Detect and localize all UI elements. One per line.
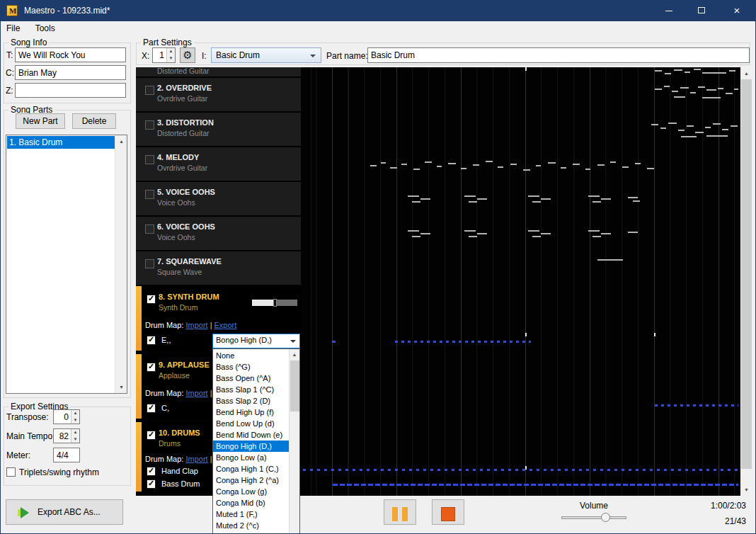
track-checkbox[interactable] xyxy=(145,190,154,199)
scroll-up-icon[interactable]: ▲ xyxy=(115,135,127,147)
spin-up-icon[interactable]: ▲ xyxy=(71,410,79,417)
delete-part-button[interactable]: Delete xyxy=(72,113,116,129)
dropdown-option[interactable]: Bend Low Up (d) xyxy=(213,418,289,429)
drum-map-import-link[interactable]: Import xyxy=(185,389,207,397)
midi-note xyxy=(734,89,738,90)
transpose-spinner[interactable]: ▲▼ xyxy=(53,409,80,424)
dropdown-option[interactable]: None xyxy=(213,350,289,361)
volume-slider-track[interactable] xyxy=(561,516,626,519)
song-info-label: Song Info xyxy=(8,38,49,47)
drum-note-checkbox[interactable] xyxy=(147,479,156,489)
scrollbar-thumb[interactable] xyxy=(290,360,299,411)
maximize-button[interactable] xyxy=(685,0,718,21)
scroll-up-icon[interactable]: ▲ xyxy=(740,67,752,79)
track-row-synth-drum[interactable]: 8. SYNTH DRUM Synth Drum Drum Map: Impor… xyxy=(136,286,301,351)
dropdown-option[interactable]: Bass Slap 2 (D) xyxy=(213,395,289,407)
track-checkbox[interactable] xyxy=(147,295,156,304)
export-abc-button[interactable]: Export ABC As... xyxy=(6,499,123,525)
volume-handle[interactable] xyxy=(273,299,277,307)
track-subtitle: Ovrdrive Guitar xyxy=(157,94,207,103)
track-row-voice-oohs-5[interactable]: 5. VOICE OOHS Voice Oohs xyxy=(136,182,301,215)
midi-note xyxy=(464,195,476,197)
dropdown-option[interactable]: Conga High 2 (^a) xyxy=(213,475,289,486)
drum-map-export-link[interactable]: Export xyxy=(214,321,237,329)
playhead-tick xyxy=(525,333,527,336)
song-title-input[interactable] xyxy=(15,47,126,62)
track-volume-slider[interactable] xyxy=(252,300,297,306)
dropdown-options: NoneBass (^G)Bass Open (^A)Bass Slap 1 (… xyxy=(213,350,289,531)
new-part-button[interactable]: New Part xyxy=(16,113,65,129)
volume-slider-handle[interactable] xyxy=(601,513,610,522)
scrollbar-thumb[interactable] xyxy=(741,79,752,469)
midi-note xyxy=(597,164,605,166)
part-options-button[interactable]: ⚙ xyxy=(180,47,195,63)
drum-note-checkbox[interactable] xyxy=(147,467,156,476)
track-checkbox[interactable] xyxy=(147,363,156,372)
track-row-1-partial[interactable]: Distorted Guitar xyxy=(136,67,301,76)
drum-map-label: Drum Map: xyxy=(145,389,183,397)
z-input[interactable] xyxy=(15,83,126,98)
close-button[interactable]: × xyxy=(718,0,756,21)
pause-button[interactable] xyxy=(384,499,416,525)
track-row-overdrive[interactable]: 2. OVERDRIVE Ovrdrive Guitar xyxy=(136,78,301,111)
menu-tools[interactable]: Tools xyxy=(29,21,62,33)
triplets-checkbox[interactable] xyxy=(6,467,16,477)
track-checkbox[interactable] xyxy=(145,155,154,164)
stop-button[interactable] xyxy=(432,499,464,525)
song-parts-list[interactable]: 1. Basic Drum ▲ ▼ xyxy=(6,135,127,394)
midi-note xyxy=(477,233,487,234)
track-row-squarewave[interactable]: 7. SQUAREWAVE Square Wave xyxy=(136,251,301,285)
dropdown-option[interactable]: Bass Slap 1 (^C) xyxy=(213,384,289,395)
scroll-down-icon[interactable]: ▼ xyxy=(740,484,752,496)
track-checkbox[interactable] xyxy=(147,431,156,440)
dropdown-option[interactable]: Muted 2 (^c) xyxy=(213,520,289,531)
dropdown-option[interactable]: Bend Mid Down (e) xyxy=(213,429,289,441)
midi-note xyxy=(408,195,419,197)
track-accent-bar xyxy=(136,422,142,492)
dropdown-option[interactable]: Bass (^G) xyxy=(213,361,289,373)
instrument-select[interactable]: Basic Drum xyxy=(211,47,321,63)
track-checkbox[interactable] xyxy=(145,225,154,234)
drum-note-checkbox[interactable] xyxy=(147,336,156,345)
scroll-down-icon[interactable]: ▼ xyxy=(115,381,127,393)
track-checkbox[interactable] xyxy=(145,86,154,95)
list-item-basic-drum[interactable]: 1. Basic Drum xyxy=(7,136,115,149)
dropdown-option[interactable]: Bass Open (^A) xyxy=(213,373,289,384)
drum-note-select[interactable]: Bongo High (D,) xyxy=(212,334,300,348)
drum-map-import-link[interactable]: Import xyxy=(185,455,207,463)
drum-map-import-link[interactable]: Import xyxy=(185,321,207,329)
track-checkbox[interactable] xyxy=(145,259,154,268)
x-position-spinner[interactable]: ▲▼ xyxy=(152,47,176,63)
meter-input[interactable] xyxy=(53,448,80,462)
dropdown-scrollbar[interactable]: ▲ xyxy=(289,349,299,533)
dropdown-option[interactable]: Bongo Low (a) xyxy=(213,452,289,463)
track-row-melody[interactable]: 4. MELODY Ovrdrive Guitar xyxy=(136,147,301,181)
tempo-spinner[interactable]: ▲▼ xyxy=(53,428,80,443)
roll-scrollbar[interactable]: ▲ ▼ xyxy=(740,67,752,496)
dropdown-option[interactable]: Muted 1 (F,) xyxy=(213,509,289,520)
midi-note xyxy=(548,162,556,164)
track-checkbox[interactable] xyxy=(145,120,154,130)
spin-down-icon[interactable]: ▼ xyxy=(167,55,175,62)
dropdown-option[interactable]: Conga Low (g) xyxy=(213,486,289,497)
spin-down-icon[interactable]: ▼ xyxy=(71,436,79,443)
menu-file[interactable]: File xyxy=(0,21,26,33)
dropdown-option[interactable]: Conga High 1 (C,) xyxy=(213,463,289,475)
minimize-button[interactable] xyxy=(653,0,685,21)
drum-note-checkbox[interactable] xyxy=(147,404,156,413)
composer-field-label: C: xyxy=(6,68,14,78)
track-row-distortion[interactable]: 3. DISTORTION Distorted Guitar xyxy=(136,113,301,146)
composer-input[interactable] xyxy=(15,65,126,80)
drum-dropdown-list[interactable]: NoneBass (^G)Bass Open (^A)Bass Slap 1 (… xyxy=(212,348,300,534)
scroll-up-icon[interactable]: ▲ xyxy=(290,349,299,360)
part-name-input[interactable] xyxy=(367,47,750,63)
track-row-voice-oohs-6[interactable]: 6. VOICE OOHS Voice Oohs xyxy=(136,217,301,250)
dropdown-option[interactable]: Bend High Up (f) xyxy=(213,407,289,418)
midi-note xyxy=(702,97,721,98)
dropdown-option[interactable]: Bongo High (D,) xyxy=(213,441,289,452)
dropdown-option[interactable]: Conga Mid (b) xyxy=(213,497,289,509)
list-scrollbar[interactable]: ▲ ▼ xyxy=(115,135,127,393)
spin-up-icon[interactable]: ▲ xyxy=(167,48,175,55)
spin-up-icon[interactable]: ▲ xyxy=(71,429,79,436)
spin-down-icon[interactable]: ▼ xyxy=(71,417,79,424)
